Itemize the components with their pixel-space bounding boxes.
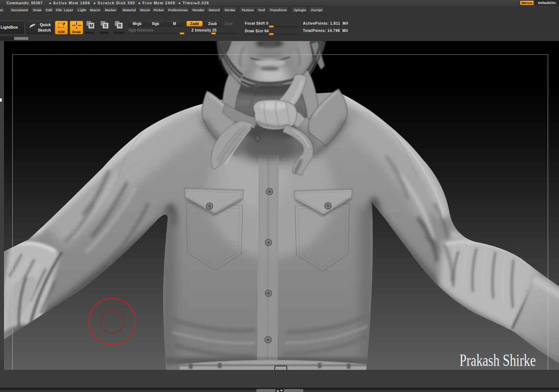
svg-text:Prakash Shirke: Prakash Shirke: [459, 351, 536, 369]
